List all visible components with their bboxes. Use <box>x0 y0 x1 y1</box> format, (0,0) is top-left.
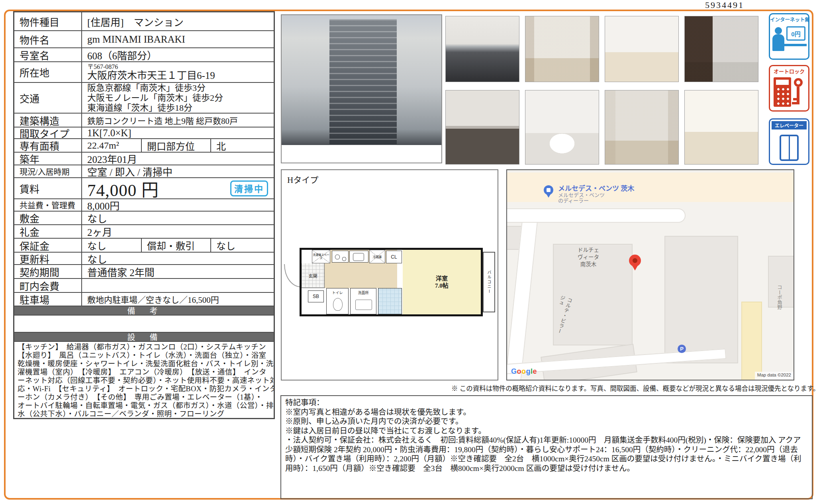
map-building-label-corpo: コーポ角野 <box>776 285 783 310</box>
spec-value: [住居用] マンション <box>82 12 274 30</box>
poi-name: メルセデス・ベンツ 茨木 <box>558 183 634 193</box>
key-icon <box>794 78 803 87</box>
spec-label: 礼金 <box>14 225 82 238</box>
equipment-line: 応・Wi-Fi 【セキュリティ】 オートロック・宅配BOX・防犯カメラ・インタ <box>18 385 270 393</box>
spec-label: 所在地 <box>14 62 82 82</box>
entrance: 玄関 <box>302 263 325 288</box>
zero-yen-label: 0円 <box>791 29 800 38</box>
closet: CL <box>386 251 402 263</box>
person-icon-body <box>772 34 784 51</box>
spec-row: 専有面積22.47m²開口部方位北 <box>14 139 274 153</box>
desk-shape <box>784 44 807 46</box>
badge-internet-label: インターネット無料 <box>770 14 808 23</box>
person-icon <box>775 27 782 34</box>
spec-row: 礼金2ヶ月 <box>14 225 274 239</box>
spec-label: 開口部方位 <box>142 139 211 152</box>
spec-value: 〒567-0876大阪府茨木市天王１丁目6-19 <box>82 62 274 82</box>
spec-row: 契約期間普通借家 2年間 <box>14 265 274 279</box>
photo-building-exterior <box>281 14 442 163</box>
spec-label: 町内会費 <box>14 279 82 292</box>
property-spec-table: 物件種目[住居用] マンション物件名gm MINAMI IBARAKI号室名60… <box>13 11 275 419</box>
map-road <box>506 208 686 223</box>
poi-subtitle: メルセデス・ベンツ <box>558 192 605 198</box>
balcony-label: バルコニー <box>486 270 492 294</box>
key-icon-tooth <box>793 98 797 100</box>
note-line: ※原則、申し込み頂いた月内での決済が必要です。 <box>285 417 808 426</box>
floorplan-type-label: Hタイプ <box>287 173 318 185</box>
room-size-label: 7.0帖 <box>435 282 449 289</box>
access-line: 阪急京都線「南茨木」徒歩3分 <box>87 83 206 93</box>
floorplan-panel: Hタイプ 洗濯機スペース 冷蔵庫 CL 洋室 7.0帖 玄関 SB トイレ 洗面… <box>281 169 498 380</box>
section-band: 設 備 <box>14 333 274 342</box>
entrance-door-arc <box>284 264 301 287</box>
map-label-line: ドルチェ <box>566 247 611 254</box>
spec-row: 現況/入居時期空室 / 即入 / 清掃中 <box>14 165 274 178</box>
building-photo-image <box>282 15 441 145</box>
floorplan-unit-outline: 洗濯機スペース 冷蔵庫 CL 洋室 7.0帖 玄関 SB トイレ 洗面所 <box>300 248 483 316</box>
spec-label: 物件種目 <box>14 12 82 30</box>
property-location-pin <box>629 255 641 267</box>
map-label-line: 南茨木 <box>566 261 611 268</box>
spec-label: 築年 <box>14 153 82 165</box>
spec-row: 築年2023年01月 <box>14 153 274 165</box>
photo-corridor <box>605 90 679 165</box>
equipment-line: 【水廻り】 風呂（ユニットバス）・トイレ（水洗）・洗面台（独立）・浴室 <box>18 351 270 360</box>
western-room: 洋室 7.0帖 <box>403 250 481 314</box>
spec-row: 【キッチン】 給湯器（都市ガス）・ガスコンロ（2口）・システムキッチン【水廻り】… <box>14 342 274 418</box>
poi-subtitle: のディーラー <box>558 198 589 204</box>
spec-value: 22.47m² <box>82 139 142 152</box>
badge-autolock-label: オートロック <box>770 66 808 75</box>
spec-label: 賃料 <box>14 178 82 198</box>
spec-value: なし <box>211 239 274 252</box>
spec-label: 現況/入居時期 <box>14 165 82 177</box>
spec-value: 空室 / 即入 / 清掃中 <box>82 165 274 177</box>
monitor-icon: 0円 <box>786 26 805 41</box>
photo-washstand <box>445 90 519 165</box>
spec-value: 敷地内駐車場／空きなし／16,500円 <box>82 293 274 306</box>
photo-toilet <box>525 90 599 165</box>
disclaimer-note: ※ この資料は物件の概略紹介資料になります。写真、間取図面、設備、概要などが現況… <box>451 383 813 393</box>
spec-row: 敷金なし <box>14 212 274 225</box>
spec-value: gm MINAMI IBARAKI <box>82 31 274 47</box>
spec-value: 1K[7.0×K] <box>82 127 274 138</box>
spec-label: 号室名 <box>14 48 82 61</box>
equipment-line: ーホン（カメラ付き） 【その他】 専用ごみ置場・エレベーター（1基）・ <box>18 393 270 402</box>
access-line: 東海道線「茨木」徒歩18分 <box>87 103 192 113</box>
spec-row: 保証金なし償却・敷引なし <box>14 239 274 253</box>
photo-kitchen <box>445 16 519 82</box>
spec-row: 町内会費 <box>14 279 274 293</box>
spec-label: 償却・敷引 <box>142 239 211 252</box>
spec-label: 交通 <box>14 83 82 113</box>
spec-label: 保証金 <box>14 239 82 252</box>
elevator-door-split <box>789 136 790 159</box>
photo-room-window <box>684 90 758 165</box>
spec-value: なし <box>82 239 142 252</box>
fridge-space: 冷蔵庫 <box>369 250 385 263</box>
washroom: 洗面所 <box>350 288 376 314</box>
photo-hallway <box>525 16 599 82</box>
room-label: 洋室 <box>436 275 448 282</box>
spec-value: 608（6階部分） <box>82 48 274 61</box>
spec-label: 駐車場 <box>14 293 82 306</box>
photo-bathroom <box>684 16 758 82</box>
badge-internet-free: インターネット無料 0円 <box>769 13 809 60</box>
map-attribution: Map data ©2022 <box>755 372 794 380</box>
special-notes-title: 特記事項： <box>285 398 808 408</box>
equipment-line: 乾燥機・暖房便座・シャワートイレ・洗髪洗面化粧台・バス・トイレ別・洗 <box>18 360 270 368</box>
spec-value: 74,000 円清掃中 <box>82 178 274 198</box>
spec-row: 所在地〒567-0876大阪府茨木市天王１丁目6-19 <box>14 62 274 83</box>
spec-row: 物件名gm MINAMI IBARAKI <box>14 31 274 48</box>
toilet-room: トイレ <box>326 288 349 314</box>
spec-label: 建築構造 <box>14 114 82 127</box>
spec-value: 阪急京都線「南茨木」徒歩3分大阪モノレール「南茨木」徒歩2分東海道線「茨木」徒歩… <box>82 83 274 113</box>
intercom-screen <box>776 80 789 85</box>
laundry-space: 洗濯機スペース <box>312 250 330 263</box>
sink-icon <box>349 251 368 263</box>
equipment-line: 濯機置場（室内） 【冷暖房】 エアコン（冷暖房） 【放送・通信】 インタ <box>18 368 270 377</box>
building-tower-shape <box>329 19 396 145</box>
spec-value: 鉄筋コンクリート造 地上9階 総戸数80戸 <box>82 114 274 127</box>
spec-label: 敷金 <box>14 212 82 224</box>
parking-icon: P <box>678 345 686 353</box>
spec-row: 物件種目[住居用] マンション <box>14 12 274 31</box>
spec-label: 物件名 <box>14 31 82 47</box>
